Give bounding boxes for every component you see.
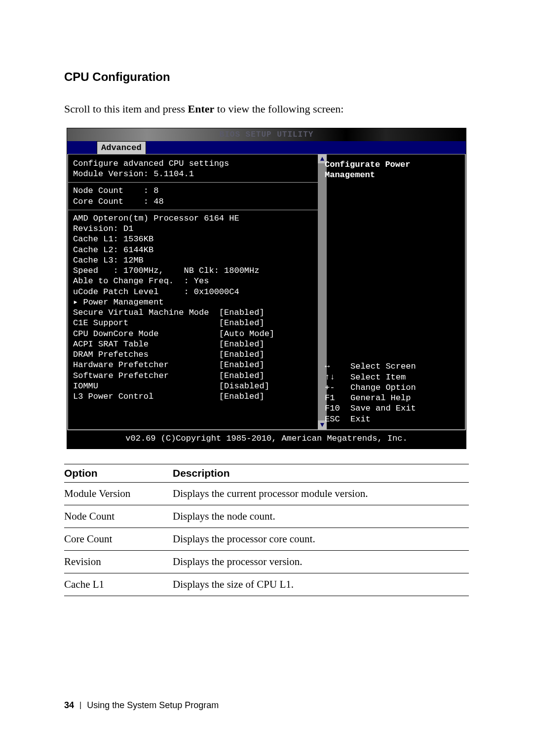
bios-header-2: Module Version: 5.1104.1 [73,169,313,179]
bios-setting-row[interactable]: Hardware Prefetcher [Enabled] [73,360,313,370]
page-footer-text: Using the System Setup Program [87,700,219,710]
cpu-info-line: Able to Change Freq. : Yes [73,276,313,286]
node-count-value: : 8 [144,186,159,195]
bios-header-1: Configure advanced CPU settings [73,158,313,169]
bios-screenshot: BIOS SETUP UTILITY Advanced Configure ad… [67,128,466,449]
table-cell-option: Node Count [64,505,173,528]
bios-setting-row[interactable]: Secure Virtual Machine Mode [Enabled] [73,307,313,318]
legend-desc: Select Screen [350,361,416,372]
legend-desc: Exit [350,414,371,424]
table-cell-option: Core Count [64,528,173,551]
legend-key: ↔ [325,361,350,372]
legend-desc: Select Item [350,372,406,382]
legend-row: ↑↓Select Item [325,372,460,382]
table-cell-description: Displays the node count. [173,505,469,528]
bios-setting-row[interactable]: IOMMU [Disabled] [73,381,313,391]
cpu-info-line: Cache L3: 12MB [73,255,313,265]
legend-row: F1General Help [325,393,460,403]
bios-right-panel: Configurate Power Management ↔Select Scr… [319,154,466,430]
bios-tab-advanced[interactable]: Advanced [97,141,146,154]
bios-setting-row[interactable]: DRAM Prefetches [Enabled] [73,349,313,360]
core-count-value: : 48 [144,197,164,206]
bios-core-count: Core Count : 48 [73,196,313,207]
legend-row: +-Change Option [325,382,460,393]
table-row: Node CountDisplays the node count. [64,505,469,528]
legend-key: ↑↓ [325,372,350,382]
table-row: RevisionDisplays the processor version. [64,551,469,573]
legend-row: F10Save and Exit [325,403,460,414]
bios-setting-row[interactable]: Software Prefetcher [Enabled] [73,371,313,381]
bios-setting-row[interactable]: C1E Support [Enabled] [73,318,313,328]
legend-row: ↔Select Screen [325,361,460,372]
legend-desc: Save and Exit [350,403,416,414]
bios-setting-row[interactable]: CPU DownCore Mode [Auto Mode] [73,329,313,339]
cpu-info-line: uCode Patch Level : 0x10000C4 [73,287,313,297]
legend-desc: General Help [350,393,411,403]
intro-suffix: to view the following screen: [214,103,343,115]
cpu-info-line: Speed : 1700MHz, NB Clk: 1800MHz [73,265,313,276]
cpu-info-line: Cache L1: 1536KB [73,234,313,244]
legend-key: +- [325,382,350,393]
bios-left-panel: Configure advanced CPU settings Module V… [67,154,319,430]
bios-help-text: Configurate Power Management [325,159,459,181]
table-row: Module VersionDisplays the current proce… [64,483,469,505]
option-description-table: Option Description Module VersionDisplay… [64,464,469,596]
table-cell-description: Displays the processor core count. [173,528,469,551]
intro-text: Scroll to this item and press Enter to v… [64,102,469,117]
legend-desc: Change Option [350,382,416,393]
bios-title-bar: BIOS SETUP UTILITY [67,128,466,141]
bios-divider [68,182,318,183]
bios-node-count: Node Count : 8 [73,186,313,196]
table-cell-option: Revision [64,551,173,573]
bios-legend: ↔Select Screen↑↓Select Item+-Change Opti… [325,361,460,424]
intro-enter: Enter [188,103,215,115]
legend-key: ESC [325,414,350,424]
power-management-item[interactable]: ▸ Power Management [73,297,313,307]
table-cell-description: Displays the current processor module ve… [173,483,469,505]
core-count-label: Core Count [73,197,123,206]
legend-row: ESCExit [325,414,460,424]
table-cell-description: Displays the processor version. [173,551,469,573]
bios-tab-row: Advanced [67,141,466,154]
table-row: Core CountDisplays the processor core co… [64,528,469,551]
table-cell-description: Displays the size of CPU L1. [173,573,469,596]
page-number: 34 [64,700,74,710]
bios-setting-row[interactable]: L3 Power Control [Enabled] [73,391,313,402]
bios-setting-row[interactable]: ACPI SRAT Table [Enabled] [73,339,313,349]
cpu-info-line: Revision: D1 [73,224,313,234]
footer-divider-icon: | [79,701,81,709]
page-footer: 34 | Using the System Setup Program [64,700,219,711]
section-title: CPU Configuration [64,70,469,84]
table-cell-option: Cache L1 [64,573,173,596]
node-count-label: Node Count [73,186,123,195]
legend-key: F10 [325,403,350,414]
intro-prefix: Scroll to this item and press [64,103,188,115]
table-row: Cache L1Displays the size of CPU L1. [64,573,469,596]
table-header-description: Description [173,464,469,483]
bios-footer: v02.69 (C)Copyright 1985-2010, American … [67,430,466,449]
legend-key: F1 [325,393,350,403]
table-cell-option: Module Version [64,483,173,505]
cpu-info-line: Cache L2: 6144KB [73,245,313,255]
bios-divider [68,210,318,210]
table-header-option: Option [64,464,173,483]
cpu-info-line: AMD Opteron(tm) Processor 6164 HE [73,213,313,224]
